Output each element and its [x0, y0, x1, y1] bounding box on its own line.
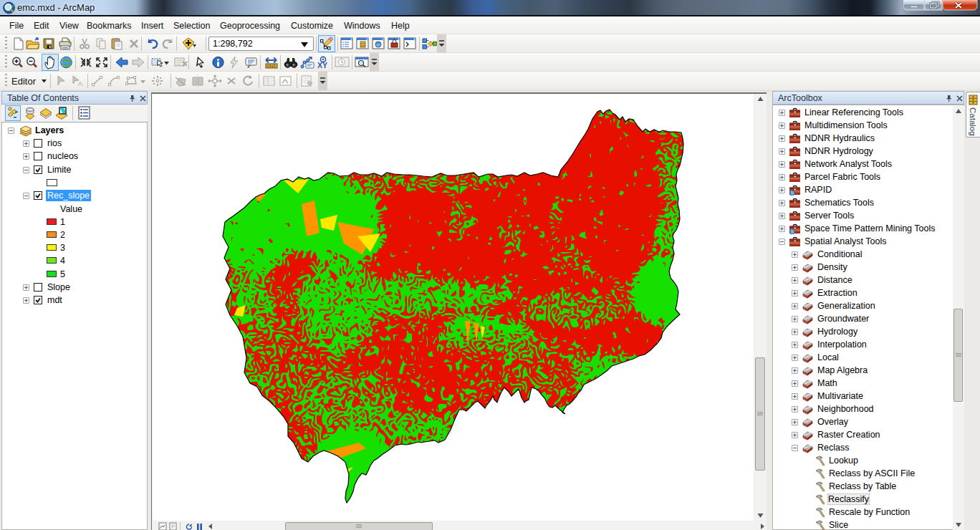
- svg-text:A: A: [78, 80, 82, 87]
